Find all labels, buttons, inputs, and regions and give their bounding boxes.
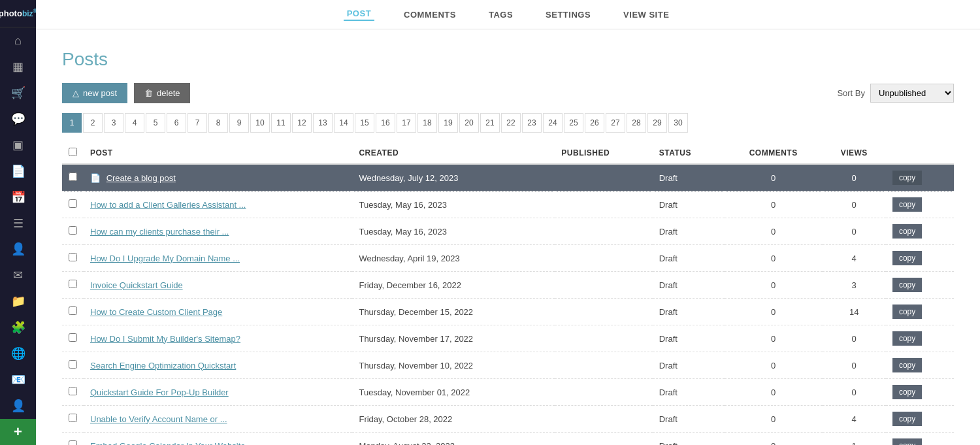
copy-button[interactable]: copy xyxy=(892,412,922,426)
page-btn-4[interactable]: 4 xyxy=(125,113,144,133)
cart-icon[interactable]: 🛒 xyxy=(0,80,36,106)
copy-button[interactable]: copy xyxy=(892,278,922,292)
gallery-icon[interactable]: ▣ xyxy=(0,132,36,158)
page-btn-20[interactable]: 20 xyxy=(459,113,479,133)
post-title-link[interactable]: Create a blog post xyxy=(106,173,176,183)
home-icon[interactable]: ⌂ xyxy=(0,27,36,54)
copy-button[interactable]: copy xyxy=(892,171,922,185)
delete-button[interactable]: 🗑 delete xyxy=(134,83,190,103)
copy-button[interactable]: copy xyxy=(892,305,922,319)
globe-icon[interactable]: 🌐 xyxy=(0,340,36,367)
new-post-button[interactable]: △ new post xyxy=(62,83,127,103)
page-btn-7[interactable]: 7 xyxy=(188,113,207,133)
nav-posts[interactable]: POST xyxy=(344,8,374,21)
row-checkbox[interactable] xyxy=(69,280,77,288)
row-checkbox[interactable] xyxy=(69,440,77,445)
page-btn-10[interactable]: 10 xyxy=(250,113,270,133)
page-btn-9[interactable]: 9 xyxy=(229,113,249,133)
row-views-cell: 0 xyxy=(823,191,886,218)
row-created-cell: Thursday, November 17, 2022 xyxy=(352,325,555,352)
page-btn-12[interactable]: 12 xyxy=(292,113,312,133)
calendar-icon[interactable]: ▦ xyxy=(0,54,36,80)
copy-button[interactable]: copy xyxy=(892,385,922,399)
row-checkbox[interactable] xyxy=(69,226,77,235)
row-comments-cell: 0 xyxy=(725,379,823,406)
copy-button[interactable]: copy xyxy=(892,438,922,445)
page-btn-19[interactable]: 19 xyxy=(438,113,458,133)
page-btn-22[interactable]: 22 xyxy=(501,113,521,133)
row-checkbox[interactable] xyxy=(69,360,77,369)
copy-button[interactable]: copy xyxy=(892,251,922,265)
list-icon[interactable]: ☰ xyxy=(0,210,36,237)
page-btn-2[interactable]: 2 xyxy=(83,113,103,133)
sort-by-select[interactable]: Unpublished Published Draft All xyxy=(870,84,954,103)
select-all-checkbox[interactable] xyxy=(69,148,77,156)
page-btn-8[interactable]: 8 xyxy=(208,113,228,133)
page-btn-16[interactable]: 16 xyxy=(376,113,395,133)
copy-button[interactable]: copy xyxy=(892,224,922,239)
page-btn-11[interactable]: 11 xyxy=(271,113,291,133)
nav-comments[interactable]: COMMENTS xyxy=(400,10,459,20)
page-btn-13[interactable]: 13 xyxy=(313,113,333,133)
toolbar-left: △ new post 🗑 delete xyxy=(62,83,190,103)
post-title-link[interactable]: How Do I Submit My Builder's Sitemap? xyxy=(90,334,240,344)
row-checkbox[interactable] xyxy=(69,387,77,395)
email-icon[interactable]: 📧 xyxy=(0,367,36,393)
post-title-link[interactable]: How Do I Upgrade My Domain Name ... xyxy=(90,254,240,263)
page-btn-25[interactable]: 25 xyxy=(564,113,583,133)
nav-view-site[interactable]: VIEW SITE xyxy=(620,10,672,20)
row-created-cell: Wednesday, July 12, 2023 xyxy=(352,164,555,191)
post-title-link[interactable]: Invoice Quickstart Guide xyxy=(90,280,183,290)
copy-button[interactable]: copy xyxy=(892,331,922,346)
row-checkbox[interactable] xyxy=(69,253,77,261)
page-btn-3[interactable]: 3 xyxy=(104,113,123,133)
page-btn-14[interactable]: 14 xyxy=(334,113,353,133)
copy-button[interactable]: copy xyxy=(892,197,922,212)
row-checkbox[interactable] xyxy=(69,414,77,422)
page-btn-21[interactable]: 21 xyxy=(480,113,500,133)
folder-icon[interactable]: 📁 xyxy=(0,288,36,314)
page-btn-24[interactable]: 24 xyxy=(543,113,563,133)
page-btn-15[interactable]: 15 xyxy=(355,113,374,133)
page-btn-17[interactable]: 17 xyxy=(397,113,416,133)
page-btn-1[interactable]: 1 xyxy=(62,113,82,133)
post-title-link[interactable]: Search Engine Optimization Quickstart xyxy=(90,361,236,371)
page-btn-27[interactable]: 27 xyxy=(606,113,625,133)
row-checkbox[interactable] xyxy=(69,199,77,208)
post-title-link[interactable]: How to add a Client Galleries Assistant … xyxy=(90,200,246,210)
page-btn-23[interactable]: 23 xyxy=(522,113,542,133)
puzzle-icon[interactable]: 🧩 xyxy=(0,314,36,340)
nav-settings[interactable]: SETTINGS xyxy=(542,10,594,20)
row-checkbox[interactable] xyxy=(69,306,77,315)
row-checkbox[interactable] xyxy=(69,173,77,181)
send-icon[interactable]: ✉ xyxy=(0,262,36,288)
post-title-link[interactable]: Quickstart Guide For Pop-Up Builder xyxy=(90,387,229,397)
page-btn-6[interactable]: 6 xyxy=(167,113,186,133)
row-published-cell xyxy=(555,406,652,433)
table-row: Search Engine Optimization Quickstart Th… xyxy=(62,352,954,379)
page-btn-18[interactable]: 18 xyxy=(417,113,437,133)
post-title-link[interactable]: Embed Google Calendar In Your Website xyxy=(90,441,246,446)
row-published-cell xyxy=(555,272,652,299)
document-icon[interactable]: 📄 xyxy=(0,158,36,184)
account-icon[interactable]: 👤 xyxy=(0,393,36,419)
event-icon[interactable]: 📅 xyxy=(0,184,36,210)
post-title-link[interactable]: Unable to Verify Account Name or ... xyxy=(90,414,227,424)
th-views: VIEWS xyxy=(823,142,886,164)
table-row: How Do I Upgrade My Domain Name ... Wedn… xyxy=(62,245,954,272)
post-title-link[interactable]: How to Create Custom Client Page xyxy=(90,307,222,317)
row-title-cell: 📄 Create a blog post xyxy=(84,164,352,191)
row-checkbox[interactable] xyxy=(69,333,77,342)
page-btn-28[interactable]: 28 xyxy=(627,113,646,133)
page-btn-29[interactable]: 29 xyxy=(647,113,667,133)
page-btn-26[interactable]: 26 xyxy=(585,113,604,133)
row-published-cell xyxy=(555,433,652,446)
page-btn-5[interactable]: 5 xyxy=(146,113,165,133)
nav-tags[interactable]: TAGS xyxy=(485,10,516,20)
page-btn-30[interactable]: 30 xyxy=(668,113,688,133)
people-icon[interactable]: 👤 xyxy=(0,237,36,263)
copy-button[interactable]: copy xyxy=(892,358,922,372)
add-icon[interactable]: + xyxy=(0,419,36,445)
post-title-link[interactable]: How can my clients purchase their ... xyxy=(90,227,229,237)
chat-icon[interactable]: 💬 xyxy=(0,106,36,132)
